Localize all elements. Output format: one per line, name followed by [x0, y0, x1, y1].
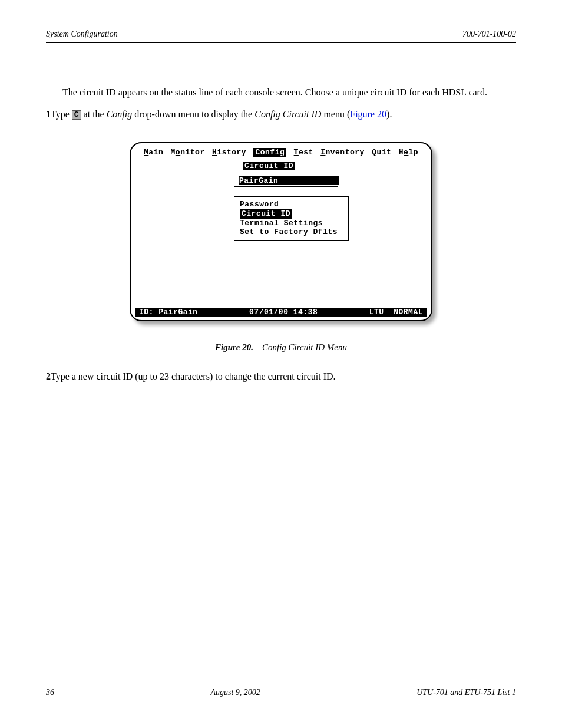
step-2: 2Type a new circuit ID (up to 23 charact…: [46, 371, 516, 382]
header-left: System Configuration: [46, 29, 118, 39]
intro-paragraph: The circuit ID appears on the status lin…: [46, 84, 516, 100]
console-menubar: Main Monitor History Config Test Invento…: [131, 143, 431, 157]
figure-20-link[interactable]: Figure 20: [350, 109, 386, 119]
page-number: 36: [46, 688, 54, 697]
step-1: 1Type C at the Config drop-down menu to …: [46, 106, 516, 122]
menu-main: Main: [144, 148, 163, 157]
menu-inventory: Inventory: [320, 148, 365, 157]
circuit-id-title: Circuit ID: [243, 162, 295, 170]
key-c-icon: C: [72, 110, 81, 120]
menu-config: Config: [253, 148, 286, 157]
page-footer: 36 August 9, 2002 UTU-701 and ETU-751 Li…: [46, 684, 516, 697]
step-2-number: 2: [46, 371, 51, 381]
header-right: 700-701-100-02: [462, 29, 516, 39]
menu-history: History: [212, 148, 246, 157]
figure-caption: Figure 20. Config Circuit ID Menu: [46, 342, 516, 353]
menu-test: Test: [294, 148, 313, 157]
console-status-bar: ID: PairGain 07/01/00 14:38 LTU NORMAL: [135, 308, 427, 317]
footer-date: August 9, 2002: [210, 688, 260, 697]
menu-monitor: Monitor: [171, 148, 205, 157]
dropdown-circuit-id: Circuit ID: [240, 209, 292, 219]
status-id: ID: PairGain: [139, 308, 198, 317]
dropdown-password: Password: [240, 200, 343, 209]
menu-quit: Quit: [372, 148, 391, 157]
config-dropdown: Password Circuit ID Terminal Settings Se…: [234, 196, 349, 240]
menu-help: Help: [399, 148, 418, 157]
status-timestamp: 07/01/00 14:38: [249, 308, 318, 317]
circuit-id-panel: Circuit ID PairGain: [234, 160, 338, 187]
page-header: System Configuration 700-701-100-02: [46, 29, 516, 43]
step-1-number: 1: [46, 109, 51, 119]
status-right: LTU NORMAL: [369, 308, 423, 317]
dropdown-factory-defaults: Set to Factory Dflts: [240, 228, 343, 237]
circuit-id-value: PairGain: [239, 176, 339, 185]
console-screenshot: Main Monitor History Config Test Invento…: [130, 142, 432, 321]
dropdown-terminal-settings: Terminal Settings: [240, 219, 343, 228]
footer-model: UTU-701 and ETU-751 List 1: [416, 688, 516, 697]
